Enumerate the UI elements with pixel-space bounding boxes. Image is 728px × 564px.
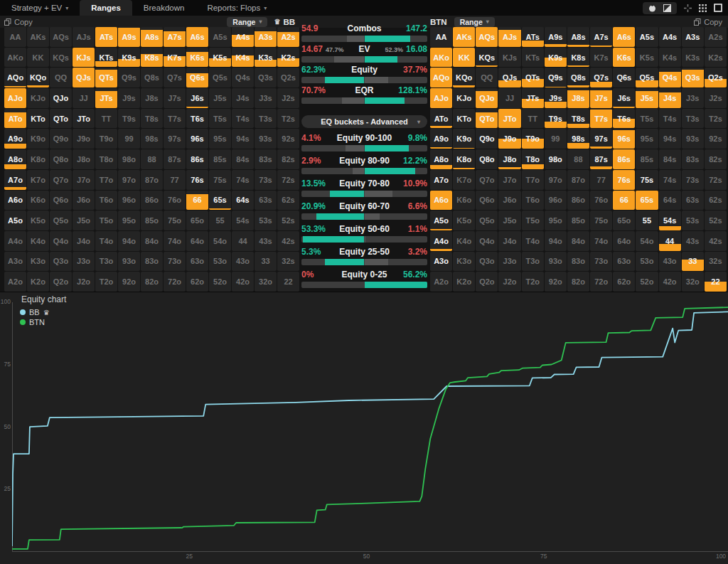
hand-cell-73s[interactable]: 73s bbox=[255, 170, 277, 190]
hand-cell-T2o[interactable]: T2o bbox=[95, 272, 117, 292]
hand-cell-54o[interactable]: 54o bbox=[209, 231, 231, 251]
hand-cell-A6o[interactable]: A6o bbox=[430, 191, 452, 211]
hand-cell-42o[interactable]: 42o bbox=[232, 272, 254, 292]
hand-cell-J8o[interactable]: J8o bbox=[73, 149, 95, 169]
hand-cell-AQo[interactable]: AQo bbox=[4, 68, 26, 87]
hand-cell-A6o[interactable]: A6o bbox=[4, 191, 26, 211]
hand-cell-94o[interactable]: 94o bbox=[545, 231, 567, 251]
hand-cell-66[interactable]: 66 bbox=[186, 191, 208, 211]
hand-cell-63o[interactable]: 63o bbox=[186, 252, 208, 272]
hand-cell-J9s[interactable]: J9s bbox=[545, 88, 567, 108]
hand-cell-96o[interactable]: 96o bbox=[545, 191, 567, 211]
hand-cell-44[interactable]: 44 bbox=[659, 231, 681, 251]
hand-cell-92o[interactable]: 92o bbox=[118, 272, 140, 292]
hand-cell-JTo[interactable]: JTo bbox=[498, 109, 520, 129]
hand-cell-ATo[interactable]: ATo bbox=[430, 109, 452, 129]
hand-cell-T3o[interactable]: T3o bbox=[95, 252, 117, 272]
hand-cell-95s[interactable]: 95s bbox=[209, 129, 231, 149]
hand-cell-AKo[interactable]: AKo bbox=[430, 48, 452, 68]
hand-cell-A4s[interactable]: A4s bbox=[659, 27, 681, 47]
hand-cell-53s[interactable]: 53s bbox=[255, 211, 277, 230]
hand-cell-J4s[interactable]: J4s bbox=[659, 88, 681, 108]
hand-cell-QQ[interactable]: QQ bbox=[50, 68, 72, 87]
equity-chart-plot[interactable] bbox=[12, 302, 728, 553]
hand-cell-KJo[interactable]: KJo bbox=[27, 88, 49, 108]
hand-cell-K9o[interactable]: K9o bbox=[453, 129, 475, 149]
hand-cell-76o[interactable]: 76o bbox=[590, 191, 612, 211]
hand-cell-K4o[interactable]: K4o bbox=[27, 231, 49, 251]
hand-cell-J2s[interactable]: J2s bbox=[277, 88, 299, 108]
hand-cell-A7o[interactable]: A7o bbox=[430, 170, 452, 190]
hand-cell-86s[interactable]: 86s bbox=[186, 149, 208, 169]
hand-cell-K3o[interactable]: K3o bbox=[453, 252, 475, 272]
hand-cell-43s[interactable]: 43s bbox=[255, 231, 277, 251]
hand-cell-Q4s[interactable]: Q4s bbox=[232, 68, 254, 87]
hand-cell-22[interactable]: 22 bbox=[277, 272, 299, 292]
tab-ranges[interactable]: Ranges bbox=[80, 0, 132, 16]
hand-cell-93s[interactable]: 93s bbox=[255, 129, 277, 149]
hand-cell-64o[interactable]: 64o bbox=[613, 231, 635, 251]
hand-cell-86o[interactable]: 86o bbox=[567, 191, 589, 211]
hand-cell-T9s[interactable]: T9s bbox=[118, 109, 140, 129]
hand-cell-KJs[interactable]: KJs bbox=[73, 48, 95, 68]
hand-cell-A6s[interactable]: A6s bbox=[186, 27, 208, 47]
hand-cell-T8s[interactable]: T8s bbox=[141, 109, 163, 129]
hand-cell-97o[interactable]: 97o bbox=[545, 170, 567, 190]
hand-cell-Q7s[interactable]: Q7s bbox=[590, 68, 612, 87]
hand-cell-AA[interactable]: AA bbox=[4, 27, 26, 47]
hand-cell-J4s[interactable]: J4s bbox=[232, 88, 254, 108]
hand-cell-J5s[interactable]: J5s bbox=[209, 88, 231, 108]
hand-cell-T7o[interactable]: T7o bbox=[95, 170, 117, 190]
hand-cell-K4o[interactable]: K4o bbox=[453, 231, 475, 251]
hand-cell-J8s[interactable]: J8s bbox=[141, 88, 163, 108]
hand-cell-K7o[interactable]: K7o bbox=[27, 170, 49, 190]
hand-cell-K7s[interactable]: K7s bbox=[590, 48, 612, 68]
hand-cell-K3s[interactable]: K3s bbox=[255, 48, 277, 68]
hand-cell-Q5s[interactable]: Q5s bbox=[209, 68, 231, 87]
hand-cell-98o[interactable]: 98o bbox=[118, 149, 140, 169]
hand-cell-K2o[interactable]: K2o bbox=[27, 272, 49, 292]
hand-cell-K3o[interactable]: K3o bbox=[27, 252, 49, 272]
hand-cell-Q9s[interactable]: Q9s bbox=[118, 68, 140, 87]
hand-cell-J7o[interactable]: J7o bbox=[73, 170, 95, 190]
hand-cell-74o[interactable]: 74o bbox=[164, 231, 186, 251]
hand-cell-53o[interactable]: 53o bbox=[636, 252, 658, 272]
hand-cell-92o[interactable]: 92o bbox=[545, 272, 567, 292]
hand-cell-K5o[interactable]: K5o bbox=[27, 211, 49, 230]
hand-cell-85s[interactable]: 85s bbox=[636, 149, 658, 169]
hand-cell-65o[interactable]: 65o bbox=[613, 211, 635, 230]
hand-cell-Q7o[interactable]: Q7o bbox=[476, 170, 498, 190]
hand-cell-AJo[interactable]: AJo bbox=[430, 88, 452, 108]
hand-cell-K8o[interactable]: K8o bbox=[453, 149, 475, 169]
hand-cell-KJo[interactable]: KJo bbox=[453, 88, 475, 108]
hand-cell-T6s[interactable]: T6s bbox=[186, 109, 208, 129]
hand-cell-QTo[interactable]: QTo bbox=[50, 109, 72, 129]
hand-cell-95o[interactable]: 95o bbox=[118, 211, 140, 230]
hand-cell-33[interactable]: 33 bbox=[255, 252, 277, 272]
hand-cell-AKs[interactable]: AKs bbox=[453, 27, 475, 47]
hand-cell-96o[interactable]: 96o bbox=[118, 191, 140, 211]
hand-cell-65s[interactable]: 65s bbox=[209, 191, 231, 211]
tab-reports-flops[interactable]: Reports: Flops▾ bbox=[196, 0, 278, 16]
hand-cell-Q9o[interactable]: Q9o bbox=[476, 129, 498, 149]
hand-cell-63o[interactable]: 63o bbox=[613, 252, 635, 272]
dot-grid-icon[interactable] bbox=[699, 4, 707, 12]
hand-cell-T6o[interactable]: T6o bbox=[522, 191, 544, 211]
hand-cell-93s[interactable]: 93s bbox=[682, 129, 704, 149]
hand-cell-Q6s[interactable]: Q6s bbox=[186, 68, 208, 87]
hand-cell-K2o[interactable]: K2o bbox=[453, 272, 475, 292]
hand-cell-86o[interactable]: 86o bbox=[141, 191, 163, 211]
hand-cell-KTo[interactable]: KTo bbox=[453, 109, 475, 129]
hand-cell-K9s[interactable]: K9s bbox=[118, 48, 140, 68]
hand-cell-K4s[interactable]: K4s bbox=[659, 48, 681, 68]
hand-cell-83o[interactable]: 83o bbox=[141, 252, 163, 272]
hand-cell-99[interactable]: 99 bbox=[118, 129, 140, 149]
hand-cell-Q2o[interactable]: Q2o bbox=[476, 272, 498, 292]
hand-cell-K6o[interactable]: K6o bbox=[27, 191, 49, 211]
hand-cell-ATs[interactable]: ATs bbox=[95, 27, 117, 47]
hand-cell-TT[interactable]: TT bbox=[522, 109, 544, 129]
hand-cell-K8s[interactable]: K8s bbox=[567, 48, 589, 68]
hand-cell-K8o[interactable]: K8o bbox=[27, 149, 49, 169]
hand-cell-J6o[interactable]: J6o bbox=[498, 191, 520, 211]
hand-cell-KTs[interactable]: KTs bbox=[522, 48, 544, 68]
